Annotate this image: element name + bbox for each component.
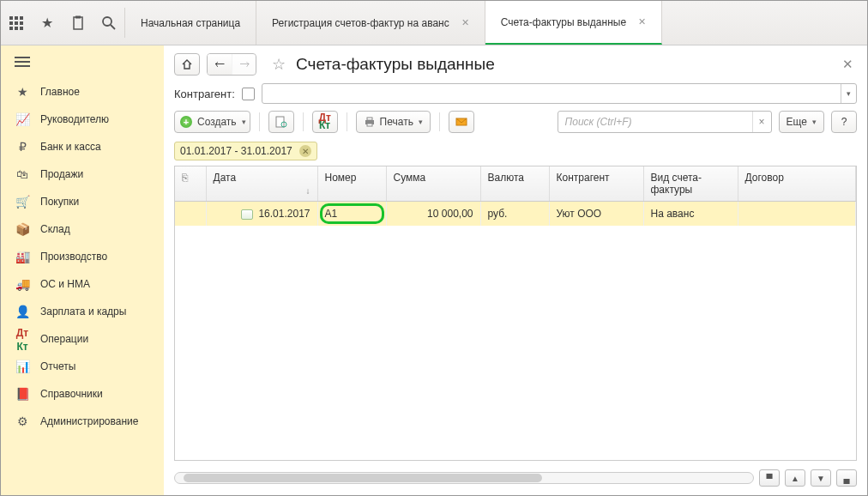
sidebar-item-sales[interactable]: 🛍Продажи	[1, 160, 164, 188]
cell-type: На аванс	[643, 202, 738, 226]
col-type[interactable]: Вид счета-фактуры	[643, 166, 738, 202]
grid-footer: ▀ ▲ ▼ ▄	[164, 466, 867, 495]
print-button[interactable]: Печать▾	[356, 111, 431, 133]
email-button[interactable]	[449, 111, 474, 133]
sidebar-item-bank[interactable]: ₽Банк и касса	[1, 133, 164, 160]
search-box[interactable]: ×	[558, 111, 772, 133]
sidebar-item-label: Банк и касса	[40, 141, 101, 153]
table-row[interactable]: 16.01.2017 А1 10 000,00 руб. Уют ООО На …	[175, 202, 856, 226]
tab-label: Счета-фактуры выданные	[501, 16, 626, 28]
close-icon[interactable]: ✕	[461, 17, 469, 28]
sidebar-item-main[interactable]: ★Главное	[1, 78, 164, 106]
menu-toggle[interactable]	[1, 45, 164, 78]
sidebar-item-catalogs[interactable]: 📕Справочники	[1, 380, 164, 408]
sidebar-item-label: Операции	[40, 333, 88, 345]
book-icon: 📕	[15, 387, 30, 401]
home-button[interactable]	[174, 53, 200, 76]
close-icon[interactable]: ✕	[638, 16, 646, 27]
svg-rect-4	[15, 21, 18, 25]
svg-rect-3	[9, 21, 13, 25]
col-contract[interactable]: Договор	[738, 166, 856, 202]
contragent-checkbox[interactable]	[242, 88, 255, 100]
help-button[interactable]: ?	[831, 111, 857, 133]
col-currency[interactable]: Валюта	[480, 166, 549, 202]
sidebar-item-label: Справочники	[40, 388, 103, 400]
scroll-bottom-button[interactable]: ▄	[836, 469, 857, 487]
sidebar: ★Главное 📈Руководителю ₽Банк и касса 🛍Пр…	[1, 45, 164, 495]
svg-rect-10	[75, 15, 81, 18]
sidebar-item-reports[interactable]: 📊Отчеты	[1, 353, 164, 380]
tab-invoices-issued[interactable]: Счета-фактуры выданные✕	[485, 1, 662, 45]
clear-search-button[interactable]: ×	[752, 112, 771, 132]
contragent-filter: Контрагент: ▾	[164, 83, 867, 111]
find-by-number-button[interactable]	[268, 111, 294, 133]
star-icon[interactable]: ★	[32, 1, 63, 45]
svg-rect-5	[20, 21, 23, 25]
sidebar-item-warehouse[interactable]: 📦Склад	[1, 215, 164, 243]
contragent-input[interactable]	[262, 84, 841, 103]
sidebar-item-label: ОС и НМА	[40, 278, 90, 290]
cell-currency: руб.	[480, 202, 549, 226]
search-icon[interactable]	[93, 1, 124, 45]
remove-filter-icon[interactable]: ✕	[299, 145, 311, 157]
svg-rect-0	[9, 16, 13, 20]
scroll-up-button[interactable]: ▲	[785, 469, 805, 487]
search-input[interactable]	[558, 112, 752, 132]
main-panel: 🡐 🡒 ☆ Счета-фактуры выданные ✕ Контраген…	[164, 45, 867, 495]
data-grid: ⎘ Дата↓ Номер Сумма Валюта Контрагент Ви…	[174, 166, 857, 461]
back-button[interactable]: 🡐	[208, 54, 232, 75]
favorite-icon[interactable]: ☆	[272, 55, 286, 74]
dtkt-button[interactable]: ДтКт	[312, 111, 338, 133]
nav-back-forward: 🡐 🡒	[207, 53, 256, 76]
col-contragent[interactable]: Контрагент	[549, 166, 643, 202]
sidebar-item-label: Покупки	[40, 196, 79, 208]
toolbar: +Создать▾ ДтКт Печать▾ × Еще▾ ?	[164, 111, 867, 142]
page-title: Счета-фактуры выданные	[296, 55, 495, 74]
sidebar-item-purchases[interactable]: 🛒Покупки	[1, 188, 164, 215]
bars-icon: 📊	[15, 360, 30, 373]
clipboard-icon[interactable]	[63, 1, 93, 45]
tab-home[interactable]: Начальная страница	[125, 1, 256, 45]
sidebar-item-admin[interactable]: ⚙Администрирование	[1, 408, 164, 435]
sidebar-item-manager[interactable]: 📈Руководителю	[1, 106, 164, 133]
col-sum[interactable]: Сумма	[386, 166, 480, 202]
cart-icon: 🛒	[15, 195, 30, 209]
top-tabbar: ★ Начальная страница Регистрация счетов-…	[1, 1, 867, 45]
scroll-top-button[interactable]: ▀	[759, 469, 780, 487]
grid-empty-area	[175, 226, 856, 461]
create-button[interactable]: +Создать▾	[174, 111, 250, 133]
date-filter-chip[interactable]: 01.01.2017 - 31.01.2017 ✕	[174, 142, 317, 160]
svg-rect-9	[74, 17, 82, 29]
truck-icon: 🚚	[15, 277, 30, 291]
horizontal-scrollbar[interactable]	[174, 472, 754, 484]
dk-icon: ДтКт	[15, 325, 30, 353]
svg-rect-1	[15, 16, 18, 20]
tab-registration[interactable]: Регистрация счетов-фактур на аванс✕	[256, 1, 485, 45]
svg-rect-20	[367, 124, 372, 126]
sidebar-item-salary[interactable]: 👤Зарплата и кадры	[1, 298, 164, 325]
scroll-down-button[interactable]: ▼	[811, 469, 831, 487]
sidebar-item-operations[interactable]: ДтКтОперации	[1, 325, 164, 353]
sidebar-item-label: Главное	[40, 86, 80, 98]
date-filter-text: 01.01.2017 - 31.01.2017	[180, 145, 292, 157]
contragent-combo[interactable]: ▾	[262, 83, 857, 104]
more-button[interactable]: Еще▾	[779, 111, 824, 133]
sidebar-item-production[interactable]: 🏭Производство	[1, 243, 164, 270]
sidebar-item-label: Производство	[40, 251, 107, 263]
cell-date: 16.01.2017	[206, 202, 317, 226]
sidebar-item-label: Продажи	[40, 168, 83, 180]
sidebar-item-assets[interactable]: 🚚ОС и НМА	[1, 270, 164, 298]
apps-icon[interactable]	[1, 1, 32, 45]
chevron-down-icon: ▾	[419, 118, 423, 126]
col-date[interactable]: Дата↓	[206, 166, 317, 202]
col-attach[interactable]: ⎘	[175, 166, 206, 202]
sidebar-item-label: Администрирование	[40, 415, 138, 427]
button-label: Печать	[380, 116, 413, 128]
chevron-down-icon: ▾	[812, 118, 817, 126]
col-number[interactable]: Номер	[317, 166, 386, 202]
sort-icon: ↓	[306, 186, 310, 196]
close-panel-button[interactable]: ✕	[839, 53, 857, 76]
gear-icon: ⚙	[15, 414, 30, 428]
button-label: Еще	[787, 116, 807, 128]
dropdown-icon[interactable]: ▾	[841, 84, 856, 103]
